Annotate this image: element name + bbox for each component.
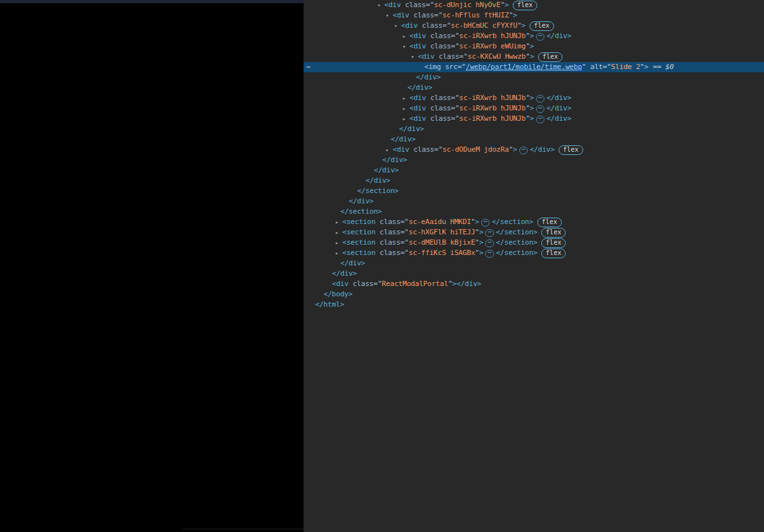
flex-badge[interactable]: flex — [513, 1, 537, 10]
dom-tree-row[interactable]: <div class="ReactModalPortal"></div> — [304, 279, 764, 289]
dom-tree-row[interactable]: </div> — [304, 155, 764, 165]
dom-tree-row[interactable]: ▸<section class="sc-hXGFlK hiTEJJ">⋯</se… — [304, 227, 764, 238]
flex-badge[interactable]: flex — [538, 52, 563, 62]
dom-tree-row[interactable]: </div> — [304, 83, 764, 93]
tag-closing-token: </div> — [546, 32, 572, 40]
tag-open-token: <img — [424, 63, 441, 71]
dom-tree-row[interactable]: ▾<div class="sc-KXCwU Hwwzb">flex — [304, 52, 764, 62]
twisty-open-icon[interactable]: ▾ — [411, 52, 418, 62]
tag-open-token: <section — [342, 238, 375, 247]
class-attr-token: class= — [375, 228, 404, 236]
tag-open-token: <section — [342, 228, 375, 236]
tag-closing-token: </div> — [408, 83, 433, 92]
tag-open-token: <div — [384, 1, 401, 9]
dom-tree-row[interactable]: </div> — [304, 196, 764, 207]
dom-tree-row[interactable]: ▸<div class="sc-iRXwrb hJUNJb">⋯</div> — [304, 31, 764, 41]
expand-inline-button[interactable]: ⋯ — [536, 33, 544, 41]
twisty-open-icon[interactable]: ▾ — [377, 0, 384, 10]
twisty-closed-icon[interactable]: ▸ — [386, 145, 393, 155]
dom-tree-row[interactable]: ▸<section class="sc-dMEUlB kBjixE">⋯</se… — [304, 238, 764, 248]
tag-close-bracket-token: > — [645, 63, 648, 71]
tag-close-bracket-token: > — [479, 238, 483, 247]
flex-badge[interactable]: flex — [541, 249, 566, 258]
expand-inline-button[interactable]: ⋯ — [481, 219, 490, 227]
dom-tree-row[interactable]: </div> — [304, 72, 764, 83]
class-attr-token: class= — [375, 249, 404, 257]
dom-tree-row[interactable]: </div> — [304, 176, 764, 186]
twisty-closed-icon[interactable]: ▸ — [335, 248, 342, 258]
twisty-closed-icon[interactable]: ▸ — [335, 217, 342, 227]
screen: ▾<div class="sc-dUnjic hNyOvE">flex▾<div… — [0, 0, 764, 532]
dom-tree-row[interactable]: ▸<div class="sc-iRXwrb hJUNJb">⋯</div> — [304, 114, 764, 124]
tag-closing-token: </section> — [340, 207, 382, 216]
flex-badge[interactable]: flex — [537, 218, 562, 227]
class-value-token: sc-iRXwrb hJUNJb — [459, 114, 526, 123]
tag-closing-token: </section> — [357, 187, 398, 195]
dom-tree-row[interactable]: ▸<div class="sc-iRXwrb hJUNJb">⋯</div> — [304, 103, 764, 114]
twisty-closed-icon[interactable]: ▸ — [402, 114, 409, 124]
dom-tree: ▾<div class="sc-dUnjic hNyOvE">flex▾<div… — [304, 0, 764, 310]
dom-tree-row[interactable]: ▾<div class="sc-iRXwrb eWUimg"> — [304, 41, 764, 52]
class-value-token: sc-dMEUlB kBjixE — [409, 238, 475, 247]
expand-inline-button[interactable]: ⋯ — [485, 229, 493, 237]
dom-tree-row[interactable]: ▸<section class="sc-eAaidu HMKDI">⋯</sec… — [304, 217, 764, 227]
dom-tree-row[interactable]: </section> — [304, 207, 764, 217]
twisty-closed-icon[interactable]: ▸ — [335, 227, 342, 238]
expand-inline-button[interactable]: ⋯ — [536, 95, 544, 103]
tag-open-token: <div — [418, 52, 435, 61]
dom-tree-row[interactable]: ▸<div class="sc-iRXwrb hJUNJb">⋯</div> — [304, 93, 764, 103]
twisty-open-icon[interactable]: ▾ — [386, 10, 393, 21]
class-attr-token: class= — [426, 42, 455, 50]
row-options-icon[interactable]: ⋯ — [306, 62, 310, 72]
tag-open-token: <div — [409, 42, 426, 50]
twisty-open-icon[interactable]: ▾ — [402, 41, 409, 52]
expand-inline-button[interactable]: ⋯ — [536, 105, 544, 113]
class-value-token: sc-bHCmUC cFYXfU — [451, 21, 517, 30]
expand-inline-button[interactable]: ⋯ — [536, 116, 544, 123]
tag-closing-token: </div> — [374, 166, 399, 174]
tag-closing-token: </section> — [496, 238, 537, 247]
class-value-token: sc-iRXwrb hJUNJb — [459, 104, 526, 112]
class-attr-token: class= — [426, 114, 455, 123]
dom-tree-row[interactable]: ▸<div class="sc-dODueM jdozRa">⋯</div>fl… — [304, 145, 764, 155]
flex-badge[interactable]: flex — [559, 145, 583, 155]
tag-closing-token: </div> — [349, 197, 374, 205]
twisty-closed-icon[interactable]: ▸ — [335, 238, 342, 248]
tag-closing-token: </div> — [416, 73, 441, 81]
class-attr-token: class= — [426, 94, 455, 102]
dom-tree-row[interactable]: ▸<section class="sc-ffiKcS iSAGBx">⋯</se… — [304, 248, 764, 258]
dom-tree-row[interactable]: </div> — [304, 165, 764, 176]
dom-tree-row[interactable]: </section> — [304, 186, 764, 196]
expand-inline-button[interactable]: ⋯ — [485, 240, 493, 247]
twisty-closed-icon[interactable]: ▸ — [402, 31, 409, 41]
dom-tree-row[interactable]: </div> — [304, 258, 764, 269]
tag-closing-token: ></div> — [452, 280, 481, 288]
dom-tree-row[interactable]: </div> — [304, 134, 764, 145]
class-attr-token: class= — [426, 32, 455, 40]
expand-inline-button[interactable]: ⋯ — [519, 147, 528, 154]
img-alt-value: Slide 2 — [611, 63, 640, 71]
twisty-closed-icon[interactable]: ▸ — [402, 93, 409, 103]
twisty-open-icon[interactable]: ▾ — [394, 21, 401, 31]
tag-close-bracket-token: > — [530, 52, 533, 61]
dom-tree-row[interactable]: ▾<div class="sc-bHCmUC cFYXfU">flex — [304, 21, 764, 31]
dom-tree-row[interactable]: </div> — [304, 269, 764, 279]
dom-tree-row[interactable]: </body> — [304, 289, 764, 300]
dom-tree-row-selected[interactable]: ⋯<img src="/webp/part1/mobile/time.webp"… — [304, 62, 764, 72]
twisty-closed-icon[interactable]: ▸ — [402, 103, 409, 114]
flex-badge[interactable]: flex — [541, 228, 566, 238]
class-value-token: sc-hFflus ftHUIZ — [442, 11, 509, 19]
expand-inline-button[interactable]: ⋯ — [485, 250, 493, 258]
dom-tree-row[interactable]: ▾<div class="sc-hFflus ftHUIZ"> — [304, 10, 764, 21]
tag-close-bracket-token: > — [479, 249, 483, 257]
dom-tree-row[interactable]: </div> — [304, 124, 764, 134]
flex-badge[interactable]: flex — [530, 21, 554, 31]
flex-badge[interactable]: flex — [541, 238, 566, 248]
tag-open-token: <div — [393, 145, 409, 154]
class-attr-token: class= — [409, 11, 439, 19]
class-value-token: sc-iRXwrb eWUimg — [459, 42, 526, 50]
img-src-link[interactable]: /webp/part1/mobile/time.webp — [466, 63, 582, 71]
dom-tree-row[interactable]: </html> — [304, 300, 764, 310]
dom-tree-row[interactable]: ▾<div class="sc-dUnjic hNyOvE">flex — [304, 0, 764, 10]
tag-close-bracket-token: > — [513, 145, 517, 154]
